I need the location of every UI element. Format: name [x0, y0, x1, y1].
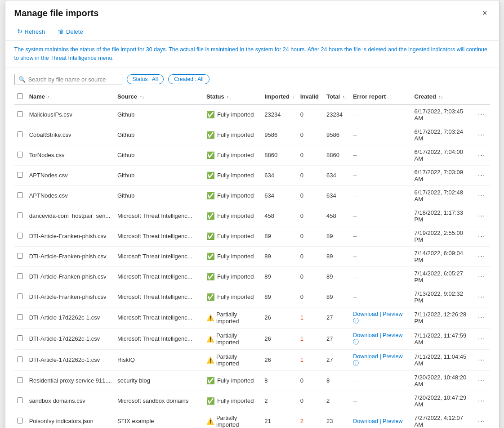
header-total[interactable]: Total ↑↓: [324, 90, 350, 104]
header-created[interactable]: Created ↑↓: [412, 90, 474, 104]
row-context-menu-button[interactable]: ···: [476, 292, 487, 302]
status-label: Fully imported: [217, 212, 254, 219]
created-filter-badge[interactable]: Created : All: [168, 74, 209, 84]
status-label: Fully imported: [217, 233, 254, 239]
row-context-menu-button[interactable]: ···: [476, 313, 487, 323]
refresh-button[interactable]: ↻ Refresh: [14, 26, 48, 37]
row-context-menu-button[interactable]: ···: [476, 231, 487, 241]
row-error-report[interactable]: Download | Preview ⓘ: [350, 307, 411, 328]
row-checkbox[interactable]: [17, 314, 23, 320]
row-checkbox[interactable]: [17, 335, 23, 341]
row-status: ✅ Fully imported: [204, 206, 262, 226]
header-checkbox-col: [14, 90, 27, 104]
row-total: 27: [324, 307, 350, 328]
status-label: Fully imported: [217, 397, 254, 404]
row-invalid: 0: [298, 226, 324, 246]
row-imported: 89: [262, 266, 298, 287]
row-total: 27: [324, 349, 350, 370]
row-context-menu-button[interactable]: ···: [476, 171, 487, 180]
row-context-menu-button[interactable]: ···: [476, 355, 487, 365]
row-checkbox-cell: [14, 266, 27, 287]
row-context-menu-button[interactable]: ···: [476, 252, 487, 261]
row-actions: ···: [473, 206, 490, 226]
row-checkbox[interactable]: [17, 356, 23, 362]
row-error-report[interactable]: Download | Preview: [350, 411, 411, 428]
status-label: Fully imported: [217, 293, 254, 300]
row-context-menu-button[interactable]: ···: [476, 150, 487, 160]
row-total: 458: [324, 206, 350, 226]
row-checkbox[interactable]: [17, 152, 23, 158]
row-error-report: --: [350, 391, 411, 411]
error-dash: --: [353, 192, 357, 199]
row-checkbox[interactable]: [17, 273, 23, 279]
row-total: 89: [324, 287, 350, 307]
row-checkbox[interactable]: [17, 111, 23, 117]
dialog-title: Manage file imports: [14, 8, 99, 18]
row-context-menu-button[interactable]: ···: [476, 416, 487, 426]
row-checkbox-cell: [14, 391, 27, 411]
row-invalid: 0: [298, 104, 324, 125]
row-invalid: 0: [298, 391, 324, 411]
total-sort-icon: ↑↓: [343, 95, 347, 99]
row-checkbox-cell: [14, 287, 27, 307]
close-icon-button[interactable]: ×: [480, 8, 490, 19]
row-checkbox[interactable]: [17, 418, 23, 423]
row-checkbox[interactable]: [17, 253, 23, 259]
row-created: 7/11/2022, 12:26:28 PM: [412, 307, 474, 328]
table-row: DTI-Article-Franken-phish.csv Microsoft …: [14, 226, 490, 246]
table-row: sandbox domains.csv Microsoft sandbox do…: [14, 391, 490, 411]
row-context-menu-button[interactable]: ···: [476, 334, 487, 344]
row-name: DTI-Article-Franken-phish.csv: [27, 287, 115, 307]
header-source[interactable]: Source ↑↓: [115, 90, 204, 104]
search-input[interactable]: [28, 76, 118, 83]
row-error-report: --: [350, 145, 411, 165]
row-name: DTI-Article-Franken-phish.csv: [27, 246, 115, 266]
row-total: 9586: [324, 125, 350, 145]
error-report-link[interactable]: Download | Preview ⓘ: [353, 332, 402, 345]
row-context-menu-button[interactable]: ···: [476, 211, 487, 221]
row-created: 7/11/2022, 11:47:59 AM: [412, 328, 474, 349]
row-actions: ···: [473, 411, 490, 428]
error-report-link[interactable]: Download | Preview ⓘ: [353, 311, 402, 324]
row-status: ✅ Fully imported: [204, 185, 262, 206]
row-context-menu-button[interactable]: ···: [476, 376, 487, 386]
header-invalid[interactable]: Invalid: [298, 90, 324, 104]
row-invalid: 0: [298, 145, 324, 165]
row-error-report[interactable]: Download | Preview ⓘ: [350, 328, 411, 349]
table-row: DTI-Article-Franken-phish.csv Microsoft …: [14, 287, 490, 307]
header-name[interactable]: Name ↑↓: [27, 90, 115, 104]
row-context-menu-button[interactable]: ···: [476, 110, 487, 120]
row-checkbox[interactable]: [17, 233, 23, 239]
status-filter-badge[interactable]: Status : All: [127, 74, 164, 84]
row-checkbox[interactable]: [17, 377, 23, 383]
row-total: 23: [324, 411, 350, 428]
row-checkbox-cell: [14, 307, 27, 328]
search-box[interactable]: 🔍: [14, 74, 122, 85]
error-dash: --: [353, 293, 357, 300]
error-report-link[interactable]: Download | Preview ⓘ: [353, 353, 402, 366]
row-imported: 23234: [262, 104, 298, 125]
row-context-menu-button[interactable]: ···: [476, 272, 487, 282]
error-dash: --: [353, 233, 357, 239]
row-checkbox[interactable]: [17, 172, 23, 178]
row-status: ⚠️ Partially imported: [204, 307, 262, 328]
row-context-menu-button[interactable]: ···: [476, 130, 487, 140]
row-error-report[interactable]: Download | Preview ⓘ: [350, 349, 411, 370]
row-context-menu-button[interactable]: ···: [476, 396, 487, 406]
row-checkbox[interactable]: [17, 293, 23, 299]
row-context-menu-button[interactable]: ···: [476, 191, 487, 201]
error-report-link[interactable]: Download | Preview: [353, 418, 402, 424]
header-imported[interactable]: Imported ↓: [262, 90, 298, 104]
row-name: APTNodes.csv: [27, 165, 115, 185]
header-status[interactable]: Status ↑↓: [204, 90, 262, 104]
source-sort-icon: ↑↓: [140, 95, 144, 99]
name-sort-icon: ↑↓: [48, 95, 52, 99]
select-all-checkbox[interactable]: [17, 93, 23, 99]
row-name: DTI-Article-17d2262c-1.csv: [27, 349, 115, 370]
row-checkbox[interactable]: [17, 397, 23, 403]
delete-button[interactable]: 🗑 Delete: [55, 26, 86, 37]
row-checkbox[interactable]: [17, 131, 23, 137]
row-checkbox[interactable]: [17, 212, 23, 218]
row-checkbox[interactable]: [17, 192, 23, 198]
row-actions: ···: [473, 104, 490, 125]
